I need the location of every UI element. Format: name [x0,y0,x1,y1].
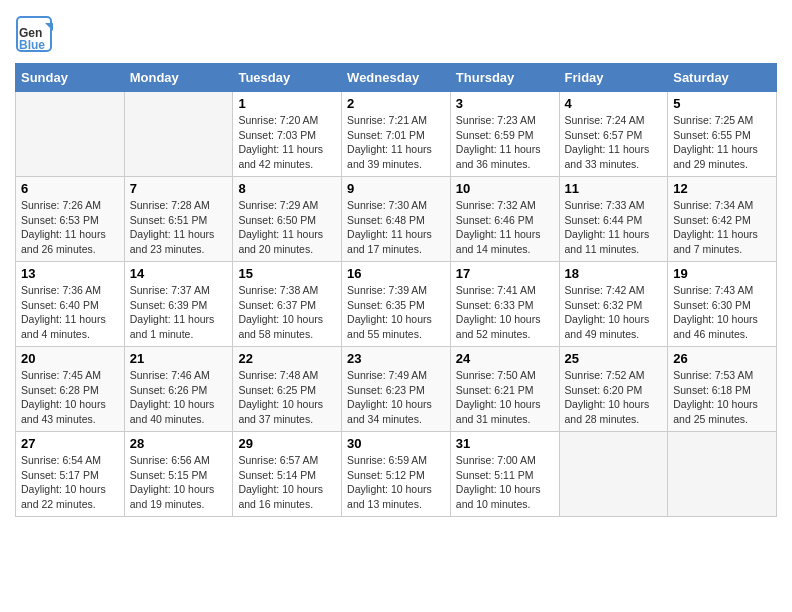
calendar-week-row: 6Sunrise: 7:26 AMSunset: 6:53 PMDaylight… [16,177,777,262]
day-info: Sunrise: 7:49 AMSunset: 6:23 PMDaylight:… [347,368,445,427]
day-number: 23 [347,351,445,366]
day-info: Sunrise: 7:42 AMSunset: 6:32 PMDaylight:… [565,283,663,342]
day-number: 2 [347,96,445,111]
day-number: 28 [130,436,228,451]
day-header-tuesday: Tuesday [233,64,342,92]
day-number: 24 [456,351,554,366]
day-info: Sunrise: 7:37 AMSunset: 6:39 PMDaylight:… [130,283,228,342]
day-info: Sunrise: 7:34 AMSunset: 6:42 PMDaylight:… [673,198,771,257]
day-info: Sunrise: 6:57 AMSunset: 5:14 PMDaylight:… [238,453,336,512]
calendar-cell: 1Sunrise: 7:20 AMSunset: 7:03 PMDaylight… [233,92,342,177]
day-info: Sunrise: 7:26 AMSunset: 6:53 PMDaylight:… [21,198,119,257]
day-number: 31 [456,436,554,451]
calendar-cell: 26Sunrise: 7:53 AMSunset: 6:18 PMDayligh… [668,347,777,432]
calendar-cell: 20Sunrise: 7:45 AMSunset: 6:28 PMDayligh… [16,347,125,432]
calendar-week-row: 27Sunrise: 6:54 AMSunset: 5:17 PMDayligh… [16,432,777,517]
page-header: Gen Blue [15,15,777,53]
day-info: Sunrise: 7:32 AMSunset: 6:46 PMDaylight:… [456,198,554,257]
day-info: Sunrise: 7:20 AMSunset: 7:03 PMDaylight:… [238,113,336,172]
day-number: 1 [238,96,336,111]
day-info: Sunrise: 7:00 AMSunset: 5:11 PMDaylight:… [456,453,554,512]
svg-text:Blue: Blue [19,38,45,52]
calendar-cell: 13Sunrise: 7:36 AMSunset: 6:40 PMDayligh… [16,262,125,347]
day-header-saturday: Saturday [668,64,777,92]
logo-icon: Gen Blue [15,15,53,53]
day-number: 17 [456,266,554,281]
day-info: Sunrise: 7:46 AMSunset: 6:26 PMDaylight:… [130,368,228,427]
calendar-cell: 27Sunrise: 6:54 AMSunset: 5:17 PMDayligh… [16,432,125,517]
day-info: Sunrise: 7:36 AMSunset: 6:40 PMDaylight:… [21,283,119,342]
calendar-cell: 17Sunrise: 7:41 AMSunset: 6:33 PMDayligh… [450,262,559,347]
day-number: 3 [456,96,554,111]
day-number: 22 [238,351,336,366]
day-number: 11 [565,181,663,196]
day-number: 12 [673,181,771,196]
calendar-body: 1Sunrise: 7:20 AMSunset: 7:03 PMDaylight… [16,92,777,517]
calendar-cell: 24Sunrise: 7:50 AMSunset: 6:21 PMDayligh… [450,347,559,432]
day-number: 27 [21,436,119,451]
day-info: Sunrise: 7:53 AMSunset: 6:18 PMDaylight:… [673,368,771,427]
day-number: 10 [456,181,554,196]
calendar-cell: 14Sunrise: 7:37 AMSunset: 6:39 PMDayligh… [124,262,233,347]
day-number: 13 [21,266,119,281]
calendar-cell: 28Sunrise: 6:56 AMSunset: 5:15 PMDayligh… [124,432,233,517]
day-info: Sunrise: 7:23 AMSunset: 6:59 PMDaylight:… [456,113,554,172]
day-info: Sunrise: 7:41 AMSunset: 6:33 PMDaylight:… [456,283,554,342]
day-header-friday: Friday [559,64,668,92]
day-number: 30 [347,436,445,451]
day-number: 20 [21,351,119,366]
calendar-cell: 8Sunrise: 7:29 AMSunset: 6:50 PMDaylight… [233,177,342,262]
calendar-cell: 11Sunrise: 7:33 AMSunset: 6:44 PMDayligh… [559,177,668,262]
day-info: Sunrise: 7:43 AMSunset: 6:30 PMDaylight:… [673,283,771,342]
day-info: Sunrise: 7:52 AMSunset: 6:20 PMDaylight:… [565,368,663,427]
calendar-week-row: 20Sunrise: 7:45 AMSunset: 6:28 PMDayligh… [16,347,777,432]
calendar-cell: 3Sunrise: 7:23 AMSunset: 6:59 PMDaylight… [450,92,559,177]
calendar-cell: 5Sunrise: 7:25 AMSunset: 6:55 PMDaylight… [668,92,777,177]
calendar-cell: 30Sunrise: 6:59 AMSunset: 5:12 PMDayligh… [342,432,451,517]
day-number: 25 [565,351,663,366]
day-info: Sunrise: 7:29 AMSunset: 6:50 PMDaylight:… [238,198,336,257]
day-number: 16 [347,266,445,281]
calendar-cell [668,432,777,517]
calendar-cell: 31Sunrise: 7:00 AMSunset: 5:11 PMDayligh… [450,432,559,517]
day-info: Sunrise: 7:39 AMSunset: 6:35 PMDaylight:… [347,283,445,342]
calendar-cell: 15Sunrise: 7:38 AMSunset: 6:37 PMDayligh… [233,262,342,347]
logo: Gen Blue [15,15,57,53]
calendar-cell: 9Sunrise: 7:30 AMSunset: 6:48 PMDaylight… [342,177,451,262]
day-info: Sunrise: 7:50 AMSunset: 6:21 PMDaylight:… [456,368,554,427]
day-info: Sunrise: 6:56 AMSunset: 5:15 PMDaylight:… [130,453,228,512]
day-info: Sunrise: 7:21 AMSunset: 7:01 PMDaylight:… [347,113,445,172]
day-info: Sunrise: 7:24 AMSunset: 6:57 PMDaylight:… [565,113,663,172]
calendar-cell: 4Sunrise: 7:24 AMSunset: 6:57 PMDaylight… [559,92,668,177]
svg-marker-3 [45,23,53,31]
calendar-cell: 10Sunrise: 7:32 AMSunset: 6:46 PMDayligh… [450,177,559,262]
calendar-table: SundayMondayTuesdayWednesdayThursdayFrid… [15,63,777,517]
day-header-wednesday: Wednesday [342,64,451,92]
calendar-cell: 2Sunrise: 7:21 AMSunset: 7:01 PMDaylight… [342,92,451,177]
calendar-cell: 23Sunrise: 7:49 AMSunset: 6:23 PMDayligh… [342,347,451,432]
calendar-cell: 22Sunrise: 7:48 AMSunset: 6:25 PMDayligh… [233,347,342,432]
day-number: 21 [130,351,228,366]
day-header-monday: Monday [124,64,233,92]
calendar-cell [16,92,125,177]
day-number: 7 [130,181,228,196]
calendar-header-row: SundayMondayTuesdayWednesdayThursdayFrid… [16,64,777,92]
calendar-cell: 12Sunrise: 7:34 AMSunset: 6:42 PMDayligh… [668,177,777,262]
calendar-cell: 25Sunrise: 7:52 AMSunset: 6:20 PMDayligh… [559,347,668,432]
calendar-week-row: 13Sunrise: 7:36 AMSunset: 6:40 PMDayligh… [16,262,777,347]
day-number: 26 [673,351,771,366]
calendar-cell [124,92,233,177]
day-info: Sunrise: 6:54 AMSunset: 5:17 PMDaylight:… [21,453,119,512]
day-info: Sunrise: 7:25 AMSunset: 6:55 PMDaylight:… [673,113,771,172]
day-number: 19 [673,266,771,281]
day-number: 14 [130,266,228,281]
day-header-thursday: Thursday [450,64,559,92]
day-number: 9 [347,181,445,196]
day-header-sunday: Sunday [16,64,125,92]
day-info: Sunrise: 7:30 AMSunset: 6:48 PMDaylight:… [347,198,445,257]
day-number: 5 [673,96,771,111]
calendar-week-row: 1Sunrise: 7:20 AMSunset: 7:03 PMDaylight… [16,92,777,177]
day-number: 18 [565,266,663,281]
calendar-cell: 19Sunrise: 7:43 AMSunset: 6:30 PMDayligh… [668,262,777,347]
calendar-cell: 7Sunrise: 7:28 AMSunset: 6:51 PMDaylight… [124,177,233,262]
